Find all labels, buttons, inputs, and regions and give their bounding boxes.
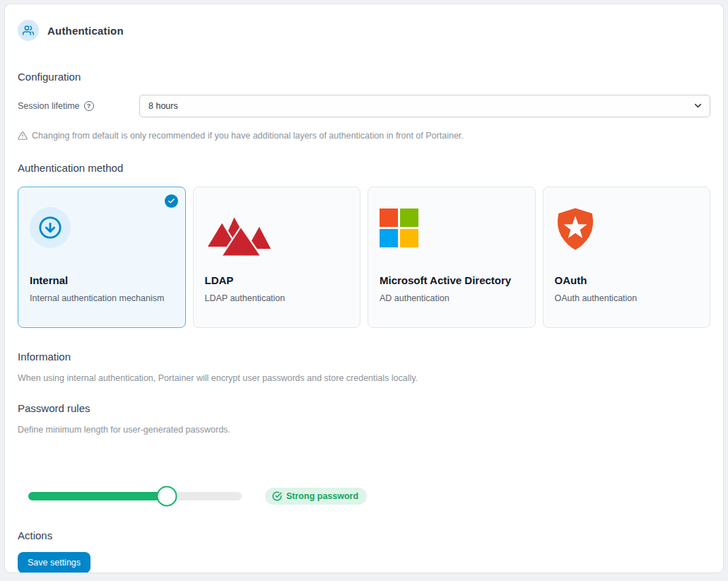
auth-method-heading: Authentication method (18, 162, 710, 174)
password-length-row: Strong password (18, 486, 710, 507)
configuration-heading: Configuration (18, 71, 710, 83)
session-lifetime-select-wrap: 8 hours (139, 95, 710, 117)
actions-heading: Actions (18, 529, 710, 541)
microsoft-logo-icon (380, 209, 418, 247)
password-strength-label: Strong password (286, 491, 358, 501)
oauth-shield-icon (555, 207, 596, 251)
warning-triangle-icon (18, 131, 28, 141)
slider-fill (28, 492, 167, 500)
information-heading: Information (18, 351, 710, 363)
password-length-slider[interactable] (28, 486, 242, 507)
auth-option-description: OAuth authentication (555, 293, 699, 303)
download-circle-icon (30, 207, 71, 248)
auth-option-description: LDAP authentication (205, 293, 349, 303)
auth-method-options: Internal Internal authentication mechani… (18, 187, 710, 328)
auth-option-microsoft-ad[interactable]: Microsoft Active Directory AD authentica… (368, 187, 536, 328)
auth-option-internal[interactable]: Internal Internal authentication mechani… (18, 187, 186, 328)
session-lifetime-warning: Changing from default is only recommende… (18, 131, 710, 141)
session-lifetime-row: Session lifetime ? 8 hours (18, 95, 710, 117)
password-strength-badge: Strong password (265, 488, 367, 505)
warning-text: Changing from default is only recommende… (32, 131, 464, 141)
save-settings-button[interactable]: Save settings (18, 552, 90, 573)
users-icon (18, 20, 39, 41)
auth-option-title: Microsoft Active Directory (380, 274, 524, 288)
auth-option-title: Internal (30, 274, 174, 288)
auth-option-description: AD authentication (380, 293, 524, 303)
auth-option-description: Internal authentication mechanism (30, 293, 174, 303)
page-title: Authentication (47, 25, 124, 37)
auth-option-title: OAuth (555, 274, 699, 288)
auth-option-ldap[interactable]: LDAP LDAP authentication (193, 187, 361, 328)
selected-check-icon (165, 194, 178, 208)
panel-header: Authentication (18, 20, 710, 41)
password-rules-text: Define minimum length for user-generated… (18, 425, 710, 435)
auth-option-oauth[interactable]: OAuth OAuth authentication (543, 187, 711, 328)
help-icon[interactable]: ? (84, 101, 94, 111)
session-lifetime-label: Session lifetime (18, 101, 80, 111)
slider-handle[interactable] (157, 486, 177, 507)
ldap-logo-icon (205, 211, 273, 258)
authentication-settings-panel: Authentication Configuration Session lif… (4, 4, 724, 573)
information-text: When using internal authentication, Port… (18, 373, 710, 383)
password-rules-heading: Password rules (18, 402, 710, 414)
session-lifetime-label-wrap: Session lifetime ? (18, 101, 139, 111)
check-circle-icon (272, 491, 282, 501)
session-lifetime-select[interactable]: 8 hours (139, 95, 710, 117)
auth-option-title: LDAP (205, 274, 349, 288)
